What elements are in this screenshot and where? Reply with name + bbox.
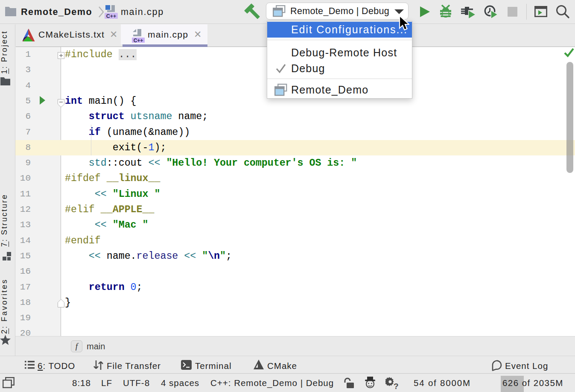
svg-text:C++: C++ xyxy=(134,38,143,43)
svg-text:C++: C++ xyxy=(106,13,117,19)
